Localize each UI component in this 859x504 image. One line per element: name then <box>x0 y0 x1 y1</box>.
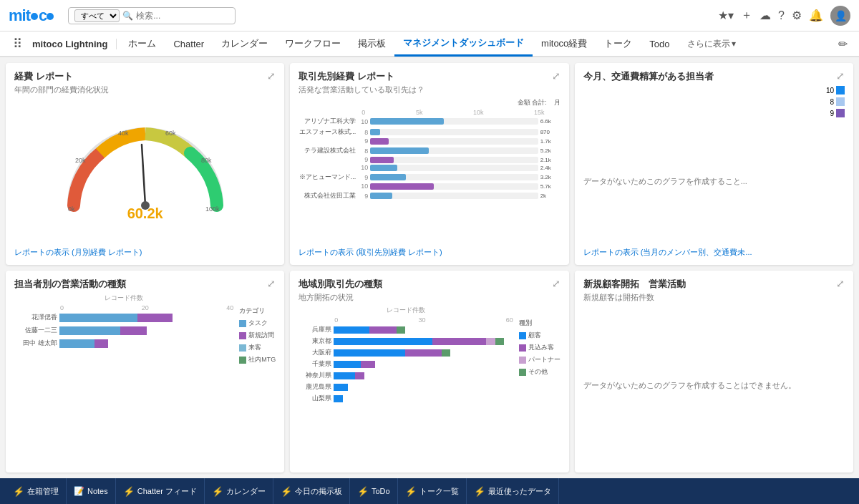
axis-title: レコード件数 <box>14 294 233 303</box>
card-expense-report: 経費 レポート 年間の部門の経費消化状況 ⤢ 0k <box>6 63 284 265</box>
bottom-item-bulletin[interactable]: ⚡ 今日の掲示板 <box>273 478 350 504</box>
legend-item: 10 <box>826 86 845 94</box>
legend-item: 8 <box>830 97 845 106</box>
card-subtitle: 新規顧客は開拓件数 <box>583 292 686 303</box>
add-icon[interactable]: ＋ <box>741 8 752 23</box>
report-link[interactable]: レポートの表示 (月別経費 レポート) <box>14 248 142 256</box>
table-row: 田中 雄太郎 <box>14 339 233 348</box>
legend-item: 社内MTG <box>239 355 276 364</box>
svg-text:80k: 80k <box>201 157 212 164</box>
bottom-item-zaiseki[interactable]: ⚡ 在籍管理 <box>6 478 67 504</box>
bottom-item-notes[interactable]: 📝 Notes <box>67 478 116 504</box>
bottom-item-chatter[interactable]: ⚡ Chatter フィード <box>116 478 205 504</box>
card-title: 担当者別の営業活動の種類 <box>14 278 126 291</box>
nav-workflow[interactable]: ワークフロー <box>276 31 349 57</box>
notification-icon[interactable]: 🔔 <box>809 9 823 22</box>
expand-icon[interactable]: ⤢ <box>552 70 560 82</box>
legend-total: 金額 合計: <box>518 98 547 107</box>
apps-grid-icon[interactable]: ⠿ <box>6 36 29 52</box>
legend-color <box>836 109 845 117</box>
lightning-icon: ⚡ <box>123 486 135 497</box>
cloud-icon[interactable]: ☁ <box>759 9 771 22</box>
card-footer: レポートの表示 (取引先別経費 レポート) <box>299 243 560 258</box>
settings-icon[interactable]: ⚙ <box>792 9 802 22</box>
hbar-container: アリゾナ工科大学 10 6.6k エスフォース株式... 8 870 9 <box>299 117 560 243</box>
expand-icon[interactable]: ⤢ <box>267 278 276 289</box>
svg-text:20k: 20k <box>75 157 86 164</box>
svg-text:0k: 0k <box>68 205 75 213</box>
nav-bulletin[interactable]: 掲示板 <box>349 31 394 57</box>
gauge-svg: 0k 20k 40k 60k 80k 100k <box>59 120 231 213</box>
nav-dashboard[interactable]: マネジメントダッシュボード <box>394 31 533 57</box>
nav-calendar[interactable]: カレンダー <box>213 31 276 57</box>
expand-icon[interactable]: ⤢ <box>836 278 845 289</box>
table-row: ※アヒューマンド... 9 3.2k <box>299 173 560 182</box>
nav-todo[interactable]: Todo <box>641 31 678 57</box>
table-row: 9 2.1k <box>299 156 560 163</box>
lightning-icon: ⚡ <box>357 486 369 497</box>
chart-content: レコード件数 03060 兵庫県 <box>299 306 513 465</box>
top-bar: mitc すべて 🔍 ★▾ ＋ ☁ ? ⚙ 🔔 👤 <box>0 0 859 32</box>
nav-chatter[interactable]: Chatter <box>165 31 213 57</box>
help-icon[interactable]: ? <box>778 9 785 22</box>
notes-icon: 📝 <box>74 486 84 496</box>
legend-title: カテゴリ <box>239 306 276 316</box>
search-input[interactable] <box>136 11 229 21</box>
card-regional: 地域別取引先の種類 地方開拓の状況 ⤢ レコード件数 03060 兵庫県 <box>290 271 568 472</box>
axis-title: レコード件数 <box>299 306 513 315</box>
card-header: 取引先別経費 レポート 活発な営業活動している取引先は？ ⤢ <box>299 70 560 95</box>
lightning-icon: ⚡ <box>474 486 485 497</box>
legend-item: 顧客 <box>519 331 560 340</box>
report-link[interactable]: レポートの表示 (当月のメンバー別、交通費未... <box>583 248 752 256</box>
search-filter[interactable]: すべて <box>74 9 120 22</box>
nav-edit-icon[interactable]: ✏ <box>833 37 853 51</box>
card-traffic-expense: 今月、交通費精算がある担当者 ⤢ 10 8 9 データがないためこのグラフを作成… <box>575 63 853 265</box>
nav-more[interactable]: さらに表示 ▾ <box>679 31 744 57</box>
table-row: 佐藤一二三 <box>14 326 233 335</box>
chart-content: レコード件数 02040 花澤偲香 佐 <box>14 294 233 465</box>
card-header: 新規顧客開拓 営業活動 新規顧客は開拓件数 ⤢ <box>583 278 845 303</box>
expand-icon[interactable]: ⤢ <box>836 70 845 82</box>
expand-icon[interactable]: ⤢ <box>267 70 276 82</box>
chevron-down-icon: ▾ <box>732 39 736 49</box>
search-area: すべて 🔍 <box>68 7 236 24</box>
table-row: 10 5.7k <box>299 183 560 190</box>
legend-item: 見込み客 <box>519 343 560 352</box>
legend-item: タスク <box>239 319 276 328</box>
table-row: アリゾナ工科大学 10 6.6k <box>299 117 560 126</box>
bottom-item-calendar[interactable]: ⚡ カレンダー <box>205 478 273 504</box>
svg-text:60k: 60k <box>165 130 176 137</box>
nav-expense[interactable]: mitoco経費 <box>533 31 596 57</box>
report-link[interactable]: レポートの表示 (取引先別経費 レポート) <box>299 248 442 256</box>
chart-legend: 10 8 9 <box>583 86 845 117</box>
table-row: 山梨県 <box>299 394 513 403</box>
lightning-icon: ⚡ <box>281 486 292 497</box>
region-bars: 兵庫県 東京都 <box>299 325 513 403</box>
legend-icon: 月 <box>554 98 560 107</box>
avatar[interactable]: 👤 <box>830 6 850 26</box>
card-title: 取引先別経費 レポート <box>299 70 424 83</box>
bottom-item-talk[interactable]: ⚡ トーク一覧 <box>398 478 467 504</box>
table-row: 大阪府 <box>299 348 513 357</box>
top-icons: ★▾ ＋ ☁ ? ⚙ 🔔 👤 <box>718 6 850 26</box>
bookmark-icon[interactable]: ★▾ <box>718 9 734 22</box>
legend-item: 来客 <box>239 343 276 352</box>
bar-rows: 花澤偲香 佐藤一二三 <box>14 313 233 348</box>
legend-month: 月 <box>554 98 560 107</box>
axis-labels: 02040 <box>60 304 233 311</box>
logo: mitc <box>9 6 54 25</box>
table-row: 花澤偲香 <box>14 313 233 322</box>
card-header: 今月、交通費精算がある担当者 ⤢ <box>583 70 845 83</box>
nav-bar: ⠿ mitoco Lightning ホーム Chatter カレンダー ワーク… <box>0 32 859 57</box>
nav-home[interactable]: ホーム <box>120 31 165 57</box>
expand-icon[interactable]: ⤢ <box>552 278 560 289</box>
bottom-item-todo[interactable]: ⚡ ToDo <box>350 478 398 504</box>
no-data-text: データがないためこのグラフを作成することはできません。 <box>583 306 845 465</box>
legend-item: 新規訪問 <box>239 331 276 340</box>
nav-talk[interactable]: トーク <box>596 31 641 57</box>
card-subtitle: 地方開拓の状況 <box>299 292 382 303</box>
legend-item: 9 <box>830 109 845 117</box>
chart-legend: 種別 顧客 見込み客 パートナー その他 <box>519 306 560 465</box>
gauge-chart: 0k 20k 40k 60k 80k 100k 60.2k <box>14 98 276 243</box>
bottom-item-recent[interactable]: ⚡ 最近使ったデータ <box>467 478 559 504</box>
